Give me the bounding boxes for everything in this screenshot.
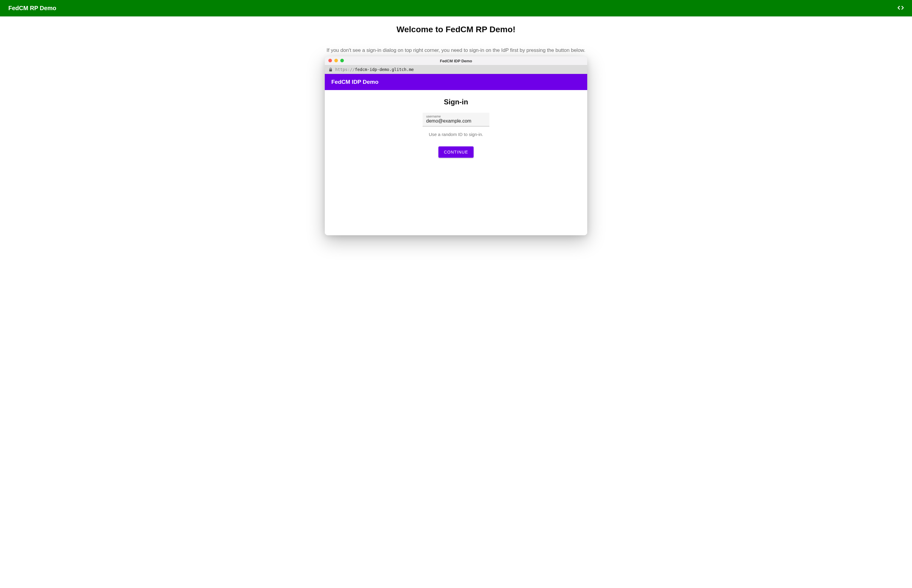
username-field-wrapper[interactable]: username — [423, 113, 489, 126]
url-text: https://fedcm-idp-demo.glitch.me — [335, 67, 414, 72]
browser-popup-window: FedCM IDP Demo https://fedcm-idp-demo.gl… — [325, 57, 587, 235]
signin-hint: Use a random ID to sign-in. — [331, 132, 581, 137]
code-brackets-icon[interactable] — [898, 5, 904, 11]
app-header: FedCM RP Demo — [0, 0, 912, 16]
address-bar[interactable]: https://fedcm-idp-demo.glitch.me — [325, 65, 587, 74]
svg-rect-0 — [329, 69, 332, 71]
maximize-window-icon[interactable] — [340, 59, 344, 62]
window-titlebar: FedCM IDP Demo — [325, 57, 587, 65]
main-content: Welcome to FedCM RP Demo! If you don't s… — [319, 16, 593, 244]
idp-app-header: FedCM IDP Demo — [325, 74, 587, 90]
url-host: fedcm-idp-demo.glitch.me — [355, 67, 414, 72]
window-title: FedCM IDP Demo — [328, 58, 584, 64]
window-controls — [328, 59, 344, 62]
app-title: FedCM RP Demo — [8, 5, 57, 11]
continue-button[interactable]: CONTINUE — [438, 146, 473, 158]
idp-app-title: FedCM IDP Demo — [331, 79, 378, 85]
minimize-window-icon[interactable] — [334, 59, 338, 62]
url-scheme: https:// — [335, 67, 355, 72]
username-label: username — [426, 115, 486, 118]
lock-icon — [329, 67, 332, 71]
idp-content: Sign-in username Use a random ID to sign… — [325, 90, 587, 235]
signin-heading: Sign-in — [331, 98, 581, 106]
instruction-text: If you don't see a sign-in dialog on top… — [325, 47, 587, 54]
page-title: Welcome to FedCM RP Demo! — [325, 25, 587, 34]
username-input[interactable] — [426, 118, 486, 124]
close-window-icon[interactable] — [328, 59, 332, 62]
